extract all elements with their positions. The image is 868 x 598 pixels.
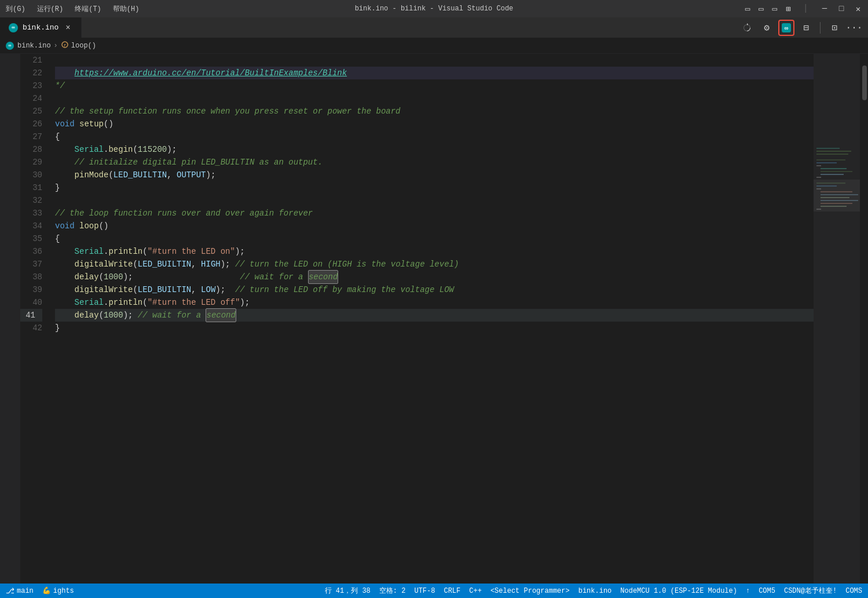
- layout-icon-4[interactable]: ⊞: [786, 4, 790, 14]
- divider: [820, 22, 821, 34]
- programmer-text: <Select Programmer>: [490, 587, 570, 595]
- status-line-ending[interactable]: CRLF: [444, 587, 460, 595]
- window-controls: ▭ ▭ ▭ ⊞ | ─ □ ✕: [745, 3, 862, 14]
- svg-rect-24: [814, 180, 860, 212]
- board-text: NodeMCU 1.0 (ESP-12E Module): [620, 587, 737, 595]
- svg-rect-11: [821, 171, 852, 172]
- branch-icon: ⎇: [6, 586, 14, 596]
- svg-rect-13: [816, 177, 821, 178]
- svg-rect-9: [816, 165, 821, 166]
- status-position[interactable]: 行 41，列 38: [325, 586, 371, 596]
- window-title: bink.ino - bilink - Visual Studio Code: [355, 5, 514, 13]
- status-encoding[interactable]: UTF-8: [414, 587, 435, 595]
- branch-label: main: [17, 587, 34, 595]
- status-bar: ⎇ main 💪 ights 行 41，列 38 空格: 2 UTF-8 CRL…: [0, 584, 868, 598]
- code-line-23: */: [55, 79, 814, 92]
- coms-text: COMS: [845, 587, 862, 595]
- svg-text:f: f: [63, 42, 66, 48]
- insights-label: ights: [53, 587, 74, 595]
- board-file-text: bink.ino: [578, 587, 612, 595]
- left-gutter: [0, 54, 20, 584]
- svg-rect-4: [816, 148, 840, 149]
- status-coms[interactable]: COMS: [845, 587, 862, 595]
- svg-text:∞: ∞: [785, 25, 789, 32]
- menu-item-terminal[interactable]: 终端(T): [75, 4, 101, 14]
- code-line-24: [55, 92, 814, 105]
- status-spaces[interactable]: 空格: 2: [379, 586, 406, 596]
- line-numbers: 21 22 23 24 25 26 27 28 29 30 31 32 33 3…: [20, 54, 49, 584]
- status-insights[interactable]: 💪 ights: [42, 586, 74, 595]
- editor-actions: ⚙ ∞ ⊟ ⊡ ···: [733, 17, 868, 38]
- breadcrumb-separator: ›: [54, 42, 58, 50]
- status-port[interactable]: COM5: [759, 587, 775, 595]
- encoding-text: UTF-8: [414, 587, 435, 595]
- layout-icon-3[interactable]: ▭: [772, 4, 777, 14]
- layout-icon-2[interactable]: ▭: [759, 4, 763, 14]
- language-text: C++: [469, 587, 482, 595]
- code-line-38: delay(1000); // wait for a second: [55, 271, 814, 283]
- settings-button[interactable]: ⚙: [759, 20, 775, 36]
- tab-close-button[interactable]: ×: [63, 23, 72, 32]
- menu-item-run[interactable]: 运行(R): [37, 4, 64, 14]
- code-line-27: {: [55, 130, 814, 143]
- minimap: [814, 54, 860, 584]
- status-language[interactable]: C++: [469, 587, 482, 595]
- minimize-button[interactable]: ─: [821, 5, 829, 13]
- code-line-22: https://www.arduino.cc/en/Tutorial/Built…: [55, 67, 814, 79]
- code-line-40: Serial.println("#turn the LED off");: [55, 296, 814, 309]
- breadcrumb-icon: ∞: [6, 42, 14, 50]
- status-brand: CSDN@老予柱奎!: [784, 586, 837, 596]
- tab-filename: bink.ino: [23, 23, 58, 32]
- tab-area: ∞ bink.ino × ⚙ ∞ ⊟ ⊡ ···: [0, 17, 868, 38]
- code-line-29: // initialize digital pin LED_BUILTIN as…: [55, 156, 814, 169]
- title-bar: 到(G) 运行(R) 终端(T) 帮助(H) bink.ino - bilink…: [0, 0, 868, 17]
- code-line-31: }: [55, 181, 814, 194]
- arduino-tab-icon: ∞: [9, 23, 18, 32]
- breadcrumb: ∞ bink.ino › f loop(): [0, 38, 868, 54]
- maximize-button[interactable]: □: [837, 5, 845, 13]
- more-actions-button[interactable]: ···: [846, 20, 862, 36]
- breadcrumb-symbol[interactable]: loop(): [71, 42, 96, 50]
- arduino-upload-button[interactable]: ∞: [778, 20, 794, 36]
- svg-rect-10: [821, 168, 847, 169]
- svg-rect-6: [816, 154, 848, 155]
- line-ending-text: CRLF: [444, 587, 460, 595]
- scrollbar-thumb[interactable]: [862, 65, 867, 100]
- spaces-text: 空格: 2: [379, 586, 406, 596]
- split-editor-button[interactable]: ⊡: [826, 20, 843, 36]
- editor-container: 21 22 23 24 25 26 27 28 29 30 31 32 33 3…: [0, 54, 868, 584]
- tab-bink-ino[interactable]: ∞ bink.ino ×: [0, 17, 82, 38]
- code-editor[interactable]: https://www.arduino.cc/en/Tutorial/Built…: [49, 54, 814, 584]
- status-branch[interactable]: ⎇ main: [6, 586, 34, 596]
- code-line-30: pinMode(LED_BUILTIN, OUTPUT);: [55, 169, 814, 181]
- code-line-35: {: [55, 232, 814, 245]
- minimap-content: [814, 54, 860, 584]
- code-line-37: digitalWrite(LED_BUILTIN, HIGH); // turn…: [55, 258, 814, 271]
- code-line-28: Serial.begin(115200);: [55, 143, 814, 156]
- brand-text: CSDN@老予柱奎!: [784, 586, 837, 596]
- code-line-33: // the loop function runs over and over …: [55, 207, 814, 220]
- position-text: 行 41，列 38: [325, 586, 371, 596]
- code-line-21: [55, 54, 814, 67]
- status-board-file[interactable]: bink.ino: [578, 587, 612, 595]
- code-line-39: digitalWrite(LED_BUILTIN, LOW); // turn …: [55, 283, 814, 296]
- close-button[interactable]: ✕: [854, 5, 862, 13]
- breadcrumb-file[interactable]: bink.ino: [17, 42, 51, 50]
- tab-spacer: [82, 17, 733, 38]
- port-text: COM5: [759, 587, 775, 595]
- svg-rect-12: [821, 174, 844, 175]
- layout-icon-1[interactable]: ▭: [745, 4, 750, 14]
- sync-button[interactable]: [739, 20, 755, 36]
- filter-button[interactable]: ⊟: [798, 20, 814, 36]
- svg-rect-8: [816, 162, 837, 163]
- status-upload[interactable]: ↑: [746, 587, 750, 595]
- code-line-25: // the setup function runs once when you…: [55, 105, 814, 118]
- code-line-34: void loop(): [55, 220, 814, 232]
- status-board[interactable]: NodeMCU 1.0 (ESP-12E Module): [620, 587, 737, 595]
- scrollbar[interactable]: [860, 54, 868, 584]
- menu-item-help[interactable]: 帮助(H): [113, 4, 140, 14]
- status-programmer[interactable]: <Select Programmer>: [490, 587, 570, 595]
- menu-item-goto[interactable]: 到(G): [6, 4, 25, 14]
- code-line-36: Serial.println("#turn the LED on");: [55, 245, 814, 258]
- breadcrumb-symbol-icon: f: [61, 41, 69, 51]
